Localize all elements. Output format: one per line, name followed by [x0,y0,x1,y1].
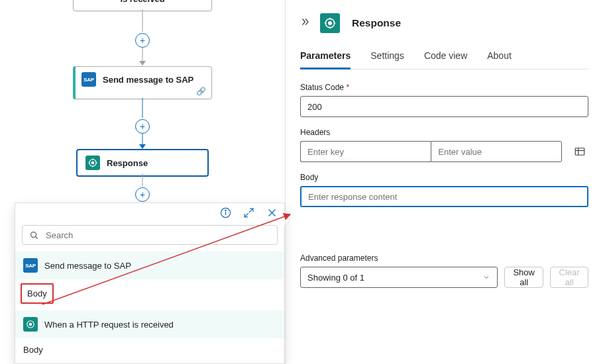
node-label: Response [107,158,148,168]
svg-rect-23 [575,148,584,156]
advanced-params-select[interactable]: Showing 0 of 1 [300,267,498,288]
select-text: Showing 0 of 1 [307,273,364,283]
info-icon[interactable] [220,207,231,218]
expand-icon[interactable] [243,207,254,218]
sap-icon: SAP [23,258,38,273]
picker-item-body[interactable]: Body [15,338,284,363]
node-send-message-to-sap[interactable]: SAP Send message to SAP 🔗 [73,66,212,99]
tab-parameters[interactable]: Parameters [300,50,351,69]
svg-point-16 [29,323,32,326]
flow-area: is received + SAP Send message to SAP 🔗 … [0,0,285,203]
body-input[interactable] [300,186,588,207]
svg-point-1 [91,161,94,164]
pane-header: Response [300,13,588,33]
headers-value-input[interactable] [431,141,562,162]
dynamic-content-picker: SAP Send message to SAP Body When a HTTP… [15,203,285,364]
pane-title: Response [349,17,401,29]
add-step-button[interactable]: + [135,187,150,202]
connector-line [142,98,143,118]
tab-code-view[interactable]: Code view [424,50,467,69]
designer-canvas: is received + SAP Send message to SAP 🔗 … [0,0,285,364]
node-label: Send message to SAP [103,75,193,85]
response-icon [23,317,38,332]
arrow-down-icon [139,61,146,66]
connector-line [142,134,143,145]
search-input[interactable] [46,230,270,240]
body-label: Body [300,173,588,182]
pane-tabs: Parameters Settings Code view About [300,50,588,69]
collapse-pane-button[interactable] [300,17,311,30]
headers-key-input[interactable] [300,141,431,162]
svg-line-10 [245,213,248,217]
picker-group-sap[interactable]: SAP Send message to SAP [15,251,284,279]
picker-group-label: Send message to SAP [44,261,131,271]
search-input-wrapper[interactable] [22,225,278,245]
add-step-button[interactable]: + [135,119,150,134]
clear-all-button: Clear all [550,267,588,288]
show-all-button[interactable]: Show all [504,267,543,288]
headers-label: Headers [300,128,588,137]
node-label: is received [120,0,164,4]
response-icon [320,13,340,33]
svg-point-8 [225,210,226,210]
status-code-input[interactable] [300,96,588,117]
arrow-down-icon [139,144,146,149]
connector-line [142,9,143,32]
headers-toggle-mode-button[interactable] [571,143,588,160]
picker-toolbar [15,203,284,222]
picker-item-body[interactable]: Body [21,283,54,304]
status-code-label: Status Code * [300,83,588,92]
response-icon [85,156,100,170]
tab-about[interactable]: About [487,50,512,69]
connector-line [142,173,143,187]
node-response[interactable]: Response [76,149,209,177]
chevron-down-icon [482,273,490,281]
advanced-params-label: Advanced parameters [300,253,588,263]
node-accent-bar [73,66,76,99]
svg-line-14 [35,236,37,238]
svg-line-9 [249,208,253,212]
action-details-pane: Response Parameters Settings Code view A… [285,0,603,364]
tab-settings[interactable]: Settings [370,50,404,69]
svg-point-18 [329,22,332,25]
add-step-button[interactable]: + [135,33,150,48]
search-icon [29,230,39,240]
picker-group-label: When a HTTP request is received [44,320,174,330]
close-icon[interactable] [266,207,278,218]
sap-icon: SAP [82,72,96,87]
connector-line [142,48,143,61]
picker-group-http[interactable]: When a HTTP request is received [15,310,284,338]
link-icon: 🔗 [196,87,206,96]
